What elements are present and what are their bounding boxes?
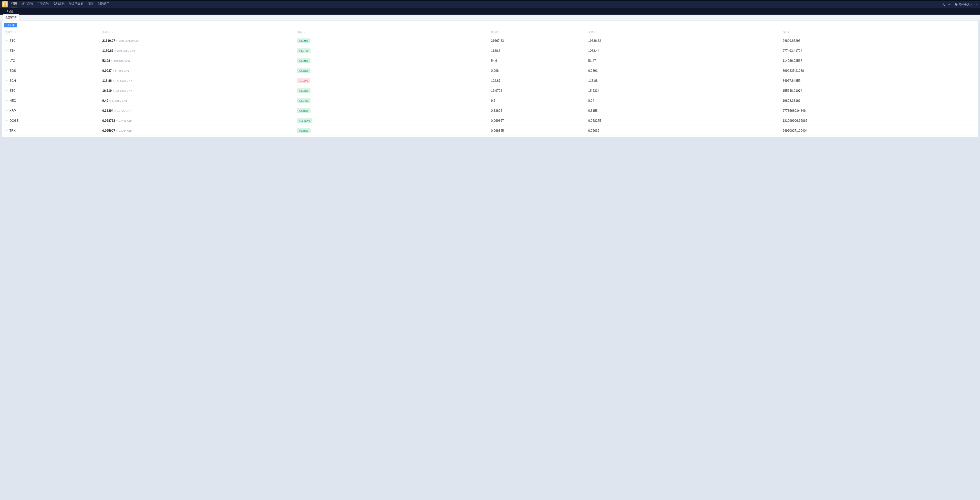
symbol: ETH xyxy=(10,49,16,53)
low-price: 113.88 xyxy=(587,76,782,86)
chevron-down-icon: ▼ xyxy=(971,3,973,6)
page-title: 行情 xyxy=(7,9,13,14)
change-badge: -2.17% xyxy=(297,78,310,83)
cny-price: 6.4591 xyxy=(115,70,123,72)
favorite-star-icon[interactable]: ★ xyxy=(5,99,8,102)
cny-price: 2.1706 xyxy=(117,110,125,112)
approx-symbol: ≈ xyxy=(116,119,118,122)
announcement-icon[interactable] xyxy=(948,3,952,6)
col-low: 最低价 xyxy=(587,29,782,36)
cny-price: 0.4284 xyxy=(119,129,127,132)
favorite-star-icon[interactable]: ★ xyxy=(5,49,8,53)
high-price: 16.9792 xyxy=(490,86,587,96)
last-price: 53.98 xyxy=(102,59,110,62)
market-row[interactable]: ★XRP0.33394≈2.1706 CNY+2.55%0.336250.315… xyxy=(4,106,976,116)
market-row[interactable]: ★BTC21510.07≈139815.4550 CNY+3.29%21667.… xyxy=(4,36,976,46)
nav-link[interactable]: 我的资产 xyxy=(98,2,110,8)
low-price: 51.47 xyxy=(587,56,782,66)
approx-symbol: ≈ xyxy=(111,59,113,62)
svg-point-0 xyxy=(943,3,944,4)
favorite-star-icon[interactable]: ★ xyxy=(5,109,8,113)
cny-price: 108.0235 xyxy=(115,89,126,92)
sort-icon xyxy=(14,32,16,33)
market-row[interactable]: ★TRX0.065907≈0.4284 CNY+6.85%0.0663450.0… xyxy=(4,126,976,136)
symbol: ETC xyxy=(10,89,16,92)
quote-filter-usdt[interactable]: USDT xyxy=(4,23,17,27)
nav-link[interactable]: 法币交易 xyxy=(22,2,33,8)
volume-24h: 19828.38161 xyxy=(781,96,976,106)
market-row[interactable]: ★ETH1180.83≈7675.3950 CNY+4.07%1188.6108… xyxy=(4,46,976,56)
last-price: 21510.07 xyxy=(102,39,115,43)
cny-price: 0.4469 xyxy=(119,119,127,122)
symbol: XRP xyxy=(10,109,16,113)
favorite-star-icon[interactable]: ★ xyxy=(5,129,8,132)
site-logo[interactable] xyxy=(2,1,8,8)
symbol: TRX xyxy=(10,129,16,132)
symbol: BCH xyxy=(10,79,16,83)
cny-unit: CNY xyxy=(126,110,131,112)
high-price: 0.33625 xyxy=(490,106,587,116)
cny-unit: CNY xyxy=(127,89,132,92)
volume-24h: 155648.01074 xyxy=(781,86,976,96)
chevron-down-icon[interactable]: ▼ xyxy=(976,3,978,6)
low-price: 0.06032 xyxy=(587,126,782,136)
col-price[interactable]: 最新价 xyxy=(101,29,296,36)
nav-link[interactable]: 理财 xyxy=(88,2,94,8)
table-header-row: 交易对 最新价 涨幅 最高价 最低价 24H量 xyxy=(4,29,976,36)
cny-price: 7675.3950 xyxy=(117,49,129,52)
change-badge: +3.29% xyxy=(297,38,310,43)
col-pair[interactable]: 交易对 xyxy=(4,29,101,36)
cny-unit: CNY xyxy=(127,119,133,122)
favorite-star-icon[interactable]: ★ xyxy=(5,59,8,62)
market-row[interactable]: ★ETC16.619≈108.0235 CNY+3.28%16.979215.6… xyxy=(4,86,976,96)
low-price: 0.9391 xyxy=(587,66,782,76)
change-badge: +2.20% xyxy=(297,59,310,63)
last-price: 0.065907 xyxy=(102,129,115,132)
cny-unit: CNY xyxy=(122,99,127,102)
favorite-star-icon[interactable]: ★ xyxy=(5,119,8,123)
volume-24h: 114256.02537 xyxy=(781,56,976,66)
market-row[interactable]: ★NEO9.49≈61.6850 CNY+2.04%9.68.9419828.3… xyxy=(4,96,976,106)
user-icon[interactable] xyxy=(942,3,945,6)
sub-navbar: 行情 xyxy=(0,8,980,14)
favorite-star-icon[interactable]: ★ xyxy=(5,69,8,73)
favorite-star-icon[interactable]: ★ xyxy=(5,39,8,43)
col-volume: 24H量 xyxy=(781,29,976,36)
cny-price: 139815.4550 xyxy=(119,40,134,42)
nav-link[interactable]: 币币交易 xyxy=(37,2,49,8)
last-price: 9.49 xyxy=(102,99,108,102)
market-row[interactable]: ★LTC53.98≈350.8700 CNY+2.20%54.651.47114… xyxy=(4,56,976,66)
favorite-star-icon[interactable]: ★ xyxy=(5,89,8,92)
high-price: 0.069867 xyxy=(490,116,587,126)
nav-link[interactable]: 合约交易 xyxy=(53,2,65,8)
nav-link[interactable]: 行情 xyxy=(11,2,17,8)
sort-icon xyxy=(304,32,305,33)
market-table: 交易对 最新价 涨幅 最高价 最低价 24H量 ★BTC21510.07≈139… xyxy=(4,29,976,136)
cny-unit: CNY xyxy=(127,80,132,82)
change-badge: +13.89% xyxy=(297,118,312,123)
tab-bar: 全部行情 xyxy=(0,14,980,21)
col-change[interactable]: 涨幅 xyxy=(296,29,490,36)
symbol: BTC xyxy=(10,39,16,43)
low-price: 1083.44 xyxy=(587,46,782,56)
language-selector[interactable]: 简体中文 ▼ xyxy=(955,3,973,6)
volume-24h: 249700271.99404 xyxy=(781,126,976,136)
market-row[interactable]: ★DOGE0.068752≈0.4469 CNY+13.89%0.0698670… xyxy=(4,116,976,126)
last-price: 16.619 xyxy=(102,89,112,92)
market-row[interactable]: ★EOS0.9937≈6.4591 CNY+2.78%0.9980.939139… xyxy=(4,66,976,76)
change-badge: +6.85% xyxy=(297,128,310,133)
tab-all-markets[interactable]: 全部行情 xyxy=(3,14,19,21)
volume-24h: 277493.41724 xyxy=(781,46,976,56)
cny-unit: CNY xyxy=(127,129,133,132)
last-price: 118.86 xyxy=(102,79,112,83)
market-row[interactable]: ★BCH118.86≈772.5900 CNY-2.17%122.87113.8… xyxy=(4,76,976,86)
col-high: 最高价 xyxy=(490,29,587,36)
low-price: 19836.82 xyxy=(587,36,782,46)
change-badge: +2.78% xyxy=(297,68,310,73)
favorite-star-icon[interactable]: ★ xyxy=(5,79,8,83)
approx-symbol: ≈ xyxy=(116,129,118,132)
high-price: 21667.33 xyxy=(490,36,587,46)
approx-symbol: ≈ xyxy=(116,40,118,42)
change-badge: +2.04% xyxy=(297,99,310,103)
nav-link[interactable]: 秒合约交易 xyxy=(69,2,83,8)
